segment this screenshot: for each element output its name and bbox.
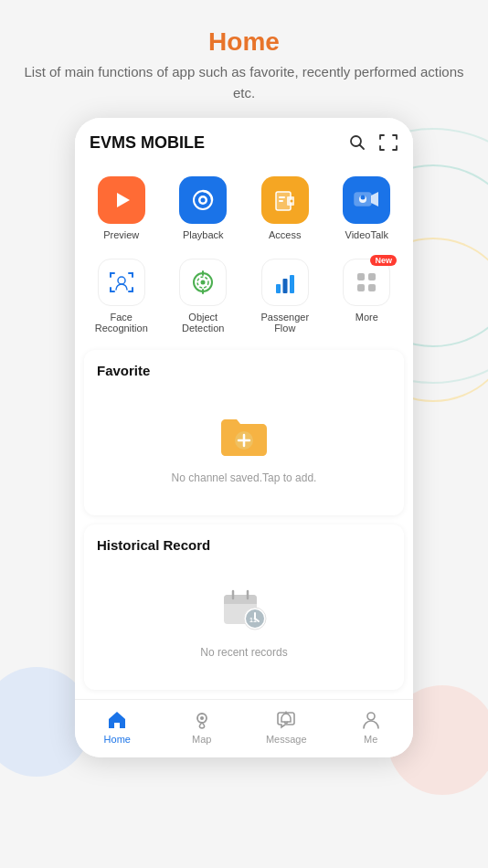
svg-rect-23 xyxy=(290,275,294,293)
home-nav-label: Home xyxy=(104,734,131,745)
playback-label: Playback xyxy=(183,229,224,240)
scan-icon[interactable] xyxy=(378,132,398,153)
bottom-nav: Home Map Messa xyxy=(75,699,413,757)
nav-item-home[interactable]: Home xyxy=(75,709,160,745)
svg-rect-8 xyxy=(279,196,285,198)
videotalk-label: VideoTalk xyxy=(345,229,389,240)
favorite-empty[interactable]: No channel saved.Tap to add. xyxy=(97,393,391,503)
face-label: Face Recognition xyxy=(86,312,157,333)
app-header: EVMS MOBILE xyxy=(75,118,413,162)
svg-point-13 xyxy=(361,196,366,200)
svg-text:11: 11 xyxy=(249,617,257,623)
historical-card: Historical Record 11 No recent records xyxy=(84,524,404,690)
svg-point-18 xyxy=(201,281,206,285)
passenger-icon-bg xyxy=(261,259,309,306)
svg-rect-24 xyxy=(357,273,365,281)
function-item-access[interactable]: Access xyxy=(246,169,324,248)
nav-item-me[interactable]: Me xyxy=(329,709,414,745)
home-nav-icon xyxy=(106,709,128,731)
historical-empty: 11 No recent records xyxy=(97,567,391,677)
svg-line-1 xyxy=(360,145,365,150)
object-icon-bg xyxy=(179,259,227,306)
app-title: EVMS MOBILE xyxy=(90,133,205,153)
svg-rect-21 xyxy=(276,284,281,293)
more-label: More xyxy=(355,312,378,323)
page-title: Home xyxy=(18,27,470,57)
svg-point-5 xyxy=(201,198,206,203)
map-nav-label: Map xyxy=(192,734,211,745)
access-icon-bg xyxy=(261,176,309,224)
svg-rect-25 xyxy=(368,273,376,281)
nav-item-message[interactable]: Message xyxy=(244,709,329,745)
function-item-object[interactable]: Object Detection xyxy=(164,251,243,341)
face-icon-bg xyxy=(98,259,145,306)
phone-frame: EVMS MOBILE xyxy=(75,118,413,757)
svg-marker-2 xyxy=(117,193,130,207)
preview-icon-bg xyxy=(98,176,145,224)
svg-point-42 xyxy=(200,716,204,720)
favorite-card: Favorite No channel saved.Tap to add. xyxy=(84,350,404,515)
svg-rect-9 xyxy=(279,200,283,202)
historical-empty-text: No recent records xyxy=(200,646,287,659)
favorite-title: Favorite xyxy=(97,363,391,378)
me-nav-icon xyxy=(360,709,382,731)
svg-point-15 xyxy=(118,277,125,284)
svg-rect-26 xyxy=(357,284,365,291)
function-item-face[interactable]: Face Recognition xyxy=(82,251,161,341)
header-icons xyxy=(347,132,398,153)
passenger-label: Passenger Flow xyxy=(249,312,321,333)
svg-rect-33 xyxy=(224,600,257,604)
preview-label: Preview xyxy=(103,229,139,240)
function-item-more[interactable]: New More xyxy=(328,251,407,341)
page-header: Home List of main functions of app such … xyxy=(0,0,488,118)
function-item-passenger[interactable]: Passenger Flow xyxy=(246,251,324,341)
svg-point-44 xyxy=(367,713,375,720)
object-label: Object Detection xyxy=(168,312,239,333)
search-icon[interactable] xyxy=(347,132,367,153)
svg-point-10 xyxy=(290,200,292,203)
history-icon: 11 xyxy=(217,582,271,637)
playback-icon-bg xyxy=(179,176,227,224)
page-subtitle: List of main functions of app such as fa… xyxy=(18,62,470,103)
nav-item-map[interactable]: Map xyxy=(160,709,245,745)
function-item-videotalk[interactable]: VideoTalk xyxy=(328,169,407,248)
access-label: Access xyxy=(269,229,301,240)
videotalk-icon-bg xyxy=(343,176,390,224)
function-grid: Preview Playback xyxy=(75,162,413,341)
function-item-playback[interactable]: Playback xyxy=(164,169,243,248)
historical-title: Historical Record xyxy=(97,537,391,553)
function-item-preview[interactable]: Preview xyxy=(82,169,161,248)
new-badge: New xyxy=(370,255,397,266)
svg-marker-14 xyxy=(371,192,378,206)
add-folder-icon xyxy=(217,408,271,462)
message-nav-icon xyxy=(275,709,297,731)
svg-rect-27 xyxy=(368,284,376,291)
favorite-empty-text: No channel saved.Tap to add. xyxy=(172,471,317,484)
message-nav-label: Message xyxy=(266,734,307,745)
svg-rect-22 xyxy=(282,279,287,293)
map-nav-icon xyxy=(191,709,213,731)
me-nav-label: Me xyxy=(364,734,377,745)
